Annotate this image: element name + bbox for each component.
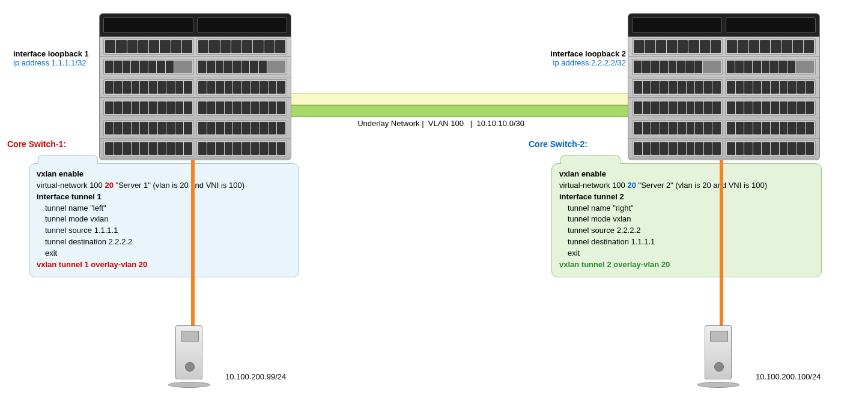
- loopback-1-ip: ip address 1.1.1.1/32: [13, 58, 89, 67]
- core-switch-2-label: Core Switch-2:: [529, 139, 587, 149]
- loopback-2-iface: interface loopback 2: [542, 49, 626, 58]
- connector-left: [191, 160, 195, 328]
- cfg1-tmode: tunnel mode vxlan: [45, 214, 291, 225]
- config-box-1: vxlan enable virtual-network 100 20 "Ser…: [29, 163, 299, 277]
- cfg2-exit: exit: [568, 248, 814, 259]
- cfg2-tdst: tunnel destination 1.1.1.1: [568, 237, 814, 248]
- cfg2-vxlan-enable: vxlan enable: [559, 169, 814, 180]
- cfg1-tsrc: tunnel source 1.1.1.1: [45, 225, 291, 237]
- server-right-ip: 10.100.200.100/24: [756, 372, 821, 381]
- server-left-icon: [163, 325, 214, 391]
- cfg1-if-tunnel: interface tunnel 1: [37, 191, 291, 203]
- cfg1-exit: exit: [45, 248, 291, 259]
- loopback-label-2: interface loopback 2 ip address 2.2.2.2/…: [542, 49, 626, 67]
- cfg2-tmode: tunnel mode vxlan: [568, 214, 814, 225]
- server-right-icon: [693, 325, 744, 391]
- cfg2-overlay-cmd: vxlan tunnel 2 overlay-vlan 20: [559, 259, 814, 271]
- server-left-ip: 10.100.200.99/24: [225, 372, 286, 381]
- cfg2-tname: tunnel name "right": [568, 203, 814, 214]
- cfg1-vn-line: virtual-network 100 20 "Server 1" (vlan …: [37, 180, 291, 191]
- config-box-2: vxlan enable virtual-network 100 20 "Ser…: [551, 163, 822, 277]
- loopback-2-ip: ip address 2.2.2.2/32: [542, 58, 626, 67]
- underlay-link-text: Underlay Network | VLAN 100 | 10.10.10.0…: [300, 119, 524, 128]
- switch-right-icon: [628, 13, 820, 160]
- cfg2-vn-line: virtual-network 100 20 "Server 2" (vlan …: [559, 180, 814, 191]
- core-switch-1-label: Core Switch-1:: [7, 139, 66, 149]
- cfg1-vxlan-enable: vxlan enable: [37, 169, 291, 180]
- cfg2-tsrc: tunnel source 2.2.2.2: [568, 225, 814, 237]
- overlay-link-bar: Overlay Network | VLAN 20 | 10.100.200.0…: [291, 93, 628, 105]
- cfg1-overlay-cmd: vxlan tunnel 1 overlay-vlan 20: [37, 259, 291, 271]
- connector-right: [720, 160, 723, 328]
- cfg1-tdst: tunnel destination 2.2.2.2: [45, 237, 291, 248]
- cfg1-tname: tunnel name "left": [45, 203, 291, 214]
- underlay-link-bar: Underlay Network | VLAN 100 | 10.10.10.0…: [291, 105, 628, 117]
- cfg2-if-tunnel: interface tunnel 2: [559, 191, 814, 203]
- switch-left-icon: [99, 13, 291, 160]
- loopback-1-iface: interface loopback 1: [13, 49, 89, 58]
- loopback-label-1: interface loopback 1 ip address 1.1.1.1/…: [13, 49, 89, 67]
